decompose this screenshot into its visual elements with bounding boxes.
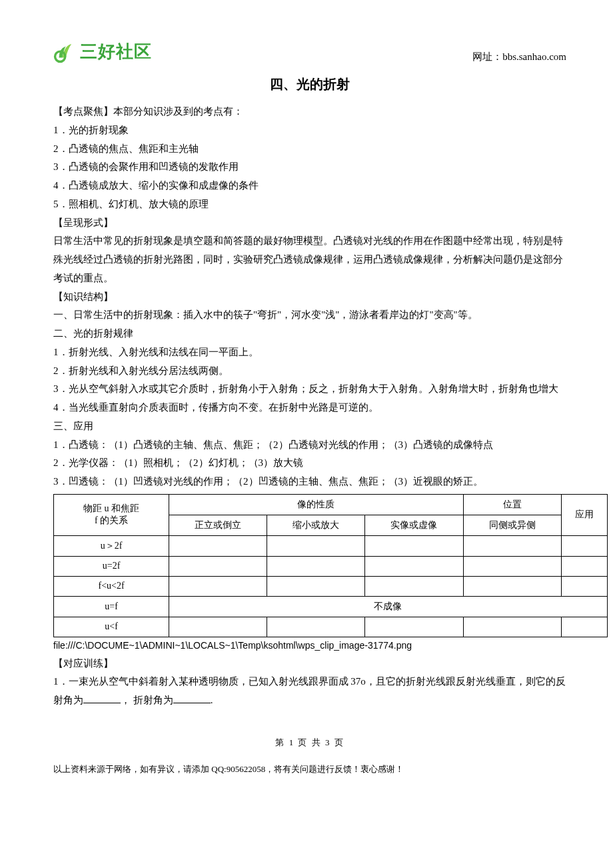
cell-text: 物距 u 和焦距 xyxy=(83,503,139,513)
cell xyxy=(267,576,365,596)
logo: 三好社区 xyxy=(53,40,152,63)
struct-line: 3．光从空气斜射入水或其它介质时，折射角小于入射角；反之，折射角大于入射角。入射… xyxy=(53,380,566,399)
header: 三好社区 网址：bbs.sanhao.com xyxy=(53,40,566,63)
table-row: u<f xyxy=(54,617,608,637)
cell xyxy=(365,556,463,576)
document-title: 四、光的折射 xyxy=(53,75,566,93)
struct-line: 3．凹透镜：（1）凹透镜对光线的作用；（2）凹透镜的主轴、焦点、焦距；（3）近视… xyxy=(53,473,566,491)
cell xyxy=(365,576,463,596)
training-label: 【对应训练】 xyxy=(53,655,566,673)
cell: u=f xyxy=(54,596,169,617)
table-header-relation: 物距 u 和焦距 f 的关系 xyxy=(54,494,169,535)
sanhao-logo-icon xyxy=(53,41,76,63)
table-subheader: 正立或倒立 xyxy=(169,515,267,535)
cell xyxy=(561,535,607,556)
cell xyxy=(267,617,365,637)
cell xyxy=(561,617,607,637)
cell: u<f xyxy=(54,617,169,637)
table-row: f<u<2f xyxy=(54,576,608,596)
struct-line: 2．折射光线和入射光线分居法线两侧。 xyxy=(53,362,566,381)
table-row: u=2f xyxy=(54,556,608,576)
form-label: 【呈现形式】 xyxy=(53,214,566,233)
cell xyxy=(561,556,607,576)
lens-table: 物距 u 和焦距 f 的关系 像的性质 位置 应用 正立或倒立 缩小或放大 实像… xyxy=(53,494,608,637)
cell: u＞2f xyxy=(54,535,169,556)
form-text: 日常生活中常见的折射现象是填空题和简答题的最好物理模型。凸透镜对光线的作用在作图… xyxy=(53,232,566,287)
focus-item: 4．凸透镜成放大、缩小的实像和成虚像的条件 xyxy=(53,177,566,195)
table-subheader: 实像或虚像 xyxy=(365,515,463,535)
table-subheader: 同侧或异侧 xyxy=(463,515,561,535)
table-header-image-nature: 像的性质 xyxy=(169,494,463,515)
cell xyxy=(463,535,561,556)
struct-line: 4．当光线垂直射向介质表面时，传播方向不变。在折射中光路是可逆的。 xyxy=(53,399,566,417)
document-body: 【考点聚焦】本部分知识涉及到的考点有： 1．光的折射现象 2．凸透镜的焦点、焦距… xyxy=(53,103,566,710)
table-header-position: 位置 xyxy=(463,494,561,515)
focus-label: 【考点聚焦】本部分知识涉及到的考点有： xyxy=(53,103,566,121)
cell xyxy=(463,617,561,637)
fill-blank xyxy=(173,693,211,703)
fill-blank xyxy=(83,693,121,703)
focus-item: 5．照相机、幻灯机、放大镜的原理 xyxy=(53,195,566,214)
question-1: 1．一束光从空气中斜着射入某种透明物质，已知入射光线跟界面成 37o，且它的折射… xyxy=(53,673,566,710)
focus-item: 3．凸透镜的会聚作用和凹透镜的发散作用 xyxy=(53,158,566,177)
struct-line: 2．光学仪器：（1）照相机；（2）幻灯机；（3）放大镜 xyxy=(53,454,566,473)
cell-text: f 的关系 xyxy=(95,515,128,525)
cell xyxy=(561,576,607,596)
cell xyxy=(169,576,267,596)
struct-line: 1．凸透镜：（1）凸透镜的主轴、焦点、焦距；（2）凸透镜对光线的作用；（3）凸透… xyxy=(53,436,566,455)
cell xyxy=(267,535,365,556)
struct-line: 1．折射光线、入射光线和法线在同一平面上。 xyxy=(53,343,566,362)
struct-line: 二、光的折射规律 xyxy=(53,325,566,343)
struct-label: 【知识结构】 xyxy=(53,288,566,307)
logo-text: 三好社区 xyxy=(80,40,152,63)
cell xyxy=(169,535,267,556)
cell xyxy=(463,556,561,576)
focus-item: 2．凸透镜的焦点、焦距和主光轴 xyxy=(53,140,566,159)
cell xyxy=(365,535,463,556)
q1-text-b: ， 折射角为 xyxy=(121,695,173,705)
site-url: 网址：bbs.sanhao.com xyxy=(472,51,566,63)
cell: f<u<2f xyxy=(54,576,169,596)
cell xyxy=(267,556,365,576)
table-header-application: 应用 xyxy=(561,494,607,535)
struct-line: 一、日常生活中的折射现象：插入水中的筷子"弯折"，河水变"浅"，游泳者看岸边的灯… xyxy=(53,306,566,325)
focus-item: 1．光的折射现象 xyxy=(53,121,566,140)
page-number: 第 1 页 共 3 页 xyxy=(53,737,566,749)
cell: u=2f xyxy=(54,556,169,576)
table-row: u＞2f xyxy=(54,535,608,556)
table-row: u=f 不成像 xyxy=(54,596,608,617)
file-path: file:///C:\DOCUME~1\ADMINI~1\LOCALS~1\Te… xyxy=(53,637,566,655)
cell xyxy=(365,617,463,637)
cell-merged: 不成像 xyxy=(169,596,607,617)
table-subheader: 缩小或放大 xyxy=(267,515,365,535)
cell xyxy=(169,556,267,576)
cell xyxy=(463,576,561,596)
struct-line: 三、应用 xyxy=(53,417,566,436)
footer-note: 以上资料来源于网络，如有异议，请添加 QQ:905622058，将有关问题进行反… xyxy=(53,763,566,775)
q1-text-c: . xyxy=(211,695,213,705)
cell xyxy=(169,617,267,637)
